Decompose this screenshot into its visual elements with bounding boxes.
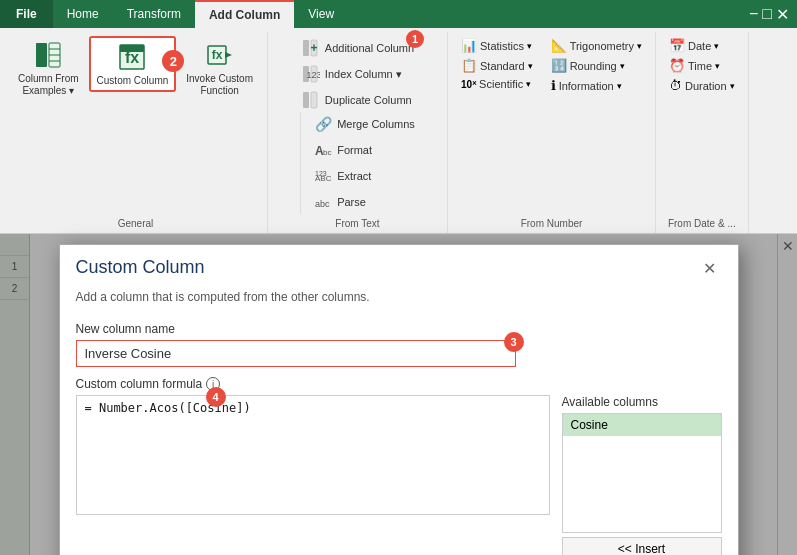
time-icon: ⏰	[669, 58, 685, 73]
available-item-cosine[interactable]: Cosine	[563, 414, 721, 436]
new-column-input-wrapper: 3	[76, 340, 516, 367]
information-icon: ℹ	[551, 78, 556, 93]
available-label: Available columns	[562, 395, 722, 409]
date-label: Date	[688, 40, 711, 52]
svg-rect-7	[120, 45, 144, 52]
rounding-icon: 🔢	[551, 58, 567, 73]
tab-add-column[interactable]: Add Column	[195, 0, 294, 28]
available-columns-wrap: Available columns Cosine << Insert	[562, 395, 722, 555]
information-label: Information	[559, 80, 614, 92]
invoke-custom-function-button[interactable]: fx Invoke CustomFunction	[180, 36, 259, 100]
formula-label: Custom column formula i	[76, 377, 722, 391]
trig-label: Trigonometry	[570, 40, 634, 52]
additional-col-label: Additional Column	[325, 42, 414, 54]
insert-button[interactable]: << Insert	[562, 537, 722, 555]
date-icon: 📅	[669, 38, 685, 53]
merge-columns-button[interactable]: 🔗 Merge Columns	[309, 112, 419, 136]
statistics-label: Statistics	[480, 40, 524, 52]
from-date-label: From Date & ...	[668, 218, 736, 229]
format-icon: Abc	[313, 140, 333, 160]
formula-textarea[interactable]: = Number.Acos([Cosine])	[76, 395, 550, 515]
merge-col-icon: 🔗	[313, 114, 333, 134]
tab-bar: File Home Transform Add Column View − □ …	[0, 0, 797, 28]
ribbon-group-from-number: 📊 Statistics ▾ 📋 Standard ▾ 10ˣ Scientif…	[448, 32, 656, 233]
parse-button[interactable]: abc Parse	[309, 190, 419, 214]
scientific-button[interactable]: 10ˣ Scientific ▾	[456, 76, 538, 92]
extract-label: Extract	[337, 170, 371, 182]
available-columns-list[interactable]: Cosine	[562, 413, 722, 533]
svg-text:123: 123	[306, 70, 320, 80]
dialog-body: New column name 3 Custom column formula …	[60, 314, 738, 555]
duplicate-column-button[interactable]: Duplicate Column	[297, 88, 416, 112]
statistics-icon: 📊	[461, 38, 477, 53]
new-column-name-input[interactable]	[76, 340, 516, 367]
additional-column-button[interactable]: + Additional Column	[297, 36, 418, 60]
format-label: Format	[337, 144, 372, 156]
additional-col-icon: +	[301, 38, 321, 58]
invoke-icon: fx	[204, 39, 236, 71]
svg-text:abc: abc	[315, 199, 330, 209]
ribbon-group-from-text: + Additional Column 1 123 Index Column ▾…	[268, 32, 448, 233]
scientific-dropdown: ▾	[526, 79, 531, 89]
badge-1: 1	[406, 30, 424, 48]
duration-icon: ⏱	[669, 78, 682, 93]
close-icon[interactable]: ✕	[776, 5, 789, 24]
information-button[interactable]: ℹ Information ▾	[546, 76, 647, 95]
from-number-label: From Number	[521, 218, 583, 229]
dialog-close-button[interactable]: ✕	[697, 257, 722, 280]
index-column-button[interactable]: 123 Index Column ▾	[297, 62, 406, 86]
dialog-subtitle: Add a column that is computed from the o…	[60, 286, 738, 314]
time-dropdown: ▾	[715, 61, 720, 71]
tab-file[interactable]: File	[0, 0, 53, 28]
formula-area: = Number.Acos([Cosine]) 4 Available colu…	[76, 395, 722, 555]
ribbon-group-general: Column FromExamples ▾ fx Custom Column 2	[4, 32, 268, 233]
rounding-button[interactable]: 🔢 Rounding ▾	[546, 56, 647, 75]
tab-transform[interactable]: Transform	[113, 0, 195, 28]
column-from-examples-button[interactable]: Column FromExamples ▾	[12, 36, 85, 100]
restore-icon[interactable]: □	[762, 5, 772, 23]
dialog-overlay: Custom Column ✕ Add a column that is com…	[0, 234, 797, 555]
date-dropdown: ▾	[714, 41, 719, 51]
duplicate-col-label: Duplicate Column	[325, 94, 412, 106]
custom-column-label: Custom Column	[97, 75, 169, 87]
index-col-icon: 123	[301, 64, 321, 84]
from-text-label: From Text	[335, 218, 379, 229]
custom-column-icon: fx	[116, 41, 148, 73]
scientific-icon: 10ˣ	[461, 79, 476, 90]
parse-icon: abc	[313, 192, 333, 212]
info-dropdown: ▾	[617, 81, 622, 91]
new-column-label: New column name	[76, 322, 722, 336]
standard-icon: 📋	[461, 58, 477, 73]
general-group-label: General	[118, 218, 154, 229]
svg-text:+: +	[310, 41, 317, 55]
invoke-label: Invoke CustomFunction	[186, 73, 253, 97]
additional-column-wrapper: + Additional Column 1	[297, 36, 418, 60]
minimize-icon[interactable]: −	[749, 5, 758, 23]
svg-rect-10	[303, 40, 309, 56]
duration-button[interactable]: ⏱ Duration ▾	[664, 76, 740, 95]
column-examples-label: Column FromExamples ▾	[18, 73, 79, 97]
svg-rect-0	[36, 43, 47, 67]
dialog-title-bar: Custom Column ✕	[60, 245, 738, 286]
badge-4: 4	[206, 387, 226, 407]
time-button[interactable]: ⏰ Time ▾	[664, 56, 725, 75]
standard-label: Standard	[480, 60, 525, 72]
rounding-label: Rounding	[570, 60, 617, 72]
date-button[interactable]: 📅 Date ▾	[664, 36, 724, 55]
ribbon-spacer	[749, 32, 793, 233]
ribbon-group-from-date: 📅 Date ▾ ⏰ Time ▾ ⏱ Duration ▾ From Date…	[656, 32, 749, 233]
ribbon: Column FromExamples ▾ fx Custom Column 2	[0, 28, 797, 234]
extract-icon: ABC123	[313, 166, 333, 186]
duration-dropdown: ▾	[730, 81, 735, 91]
trigonometry-button[interactable]: 📐 Trigonometry ▾	[546, 36, 647, 55]
statistics-dropdown: ▾	[527, 41, 532, 51]
tab-home[interactable]: Home	[53, 0, 113, 28]
extract-button[interactable]: ABC123 Extract	[309, 164, 419, 188]
badge-3: 3	[504, 332, 524, 352]
dialog-title: Custom Column	[76, 257, 205, 278]
standard-button[interactable]: 📋 Standard ▾	[456, 56, 538, 75]
main-area: 1 2 ✕ Custom Column ✕ Add a column that …	[0, 234, 797, 555]
statistics-button[interactable]: 📊 Statistics ▾	[456, 36, 538, 55]
format-button[interactable]: Abc Format	[309, 138, 419, 162]
tab-view[interactable]: View	[294, 0, 348, 28]
